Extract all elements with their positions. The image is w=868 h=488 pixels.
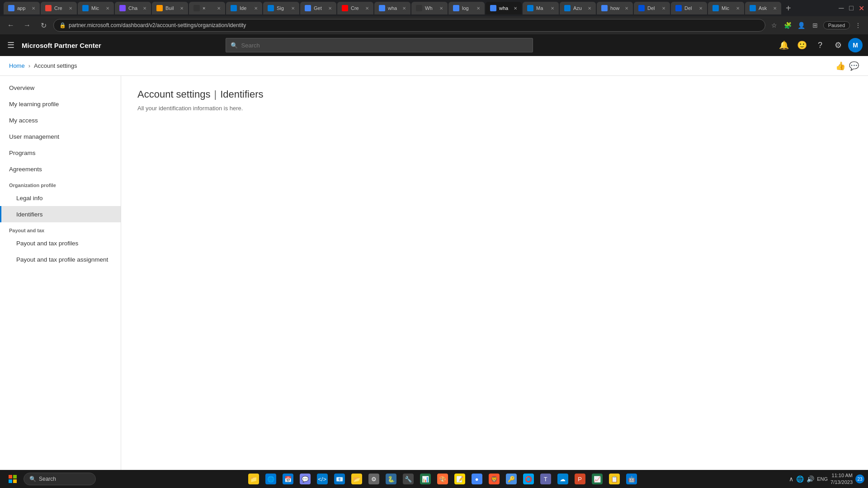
network-icon[interactable]: 🌐: [796, 475, 804, 483]
paused-button[interactable]: Paused: [823, 21, 850, 29]
taskbar-app-app6[interactable]: ☁: [555, 471, 571, 487]
sidebar-item-user-management[interactable]: User management: [0, 128, 121, 145]
sidebar-item-programs[interactable]: Programs: [0, 145, 121, 161]
tab-17[interactable]: how✕: [597, 2, 633, 14]
tab-12[interactable]: Wh✕: [411, 2, 448, 14]
profile-icon[interactable]: 👤: [796, 20, 807, 31]
taskbar-app-app7[interactable]: 🤖: [623, 471, 640, 487]
taskbar-app-explorer2[interactable]: 📂: [349, 471, 365, 487]
tab-close-15[interactable]: ✕: [551, 6, 554, 11]
taskbar-app-python[interactable]: 🐍: [383, 471, 399, 487]
search-input[interactable]: [241, 42, 528, 49]
tab-close-5[interactable]: ✕: [180, 6, 184, 11]
reload-button[interactable]: ↻: [37, 19, 50, 32]
taskbar-app-app2[interactable]: 📊: [417, 471, 434, 487]
tab-4[interactable]: Cha✕: [115, 2, 151, 14]
address-bar[interactable]: 🔒 partner.microsoft.com/dashboard/v2/acc…: [53, 19, 765, 32]
breadcrumb-home[interactable]: Home: [9, 62, 25, 69]
thumbs-up-icon[interactable]: 👍: [835, 61, 845, 71]
taskbar-app-brave[interactable]: 🦁: [486, 471, 502, 487]
taskbar-app-calendar[interactable]: 📅: [280, 471, 296, 487]
sidebar-item-payout-assignment[interactable]: Payout and tax profile assignment: [0, 251, 121, 267]
extension-icon[interactable]: 🧩: [783, 20, 793, 31]
tab-close-3[interactable]: ✕: [106, 6, 109, 11]
tab-close-7[interactable]: ✕: [254, 6, 258, 11]
tab-19[interactable]: Del✕: [671, 2, 707, 14]
help-icon[interactable]: ?: [812, 37, 828, 53]
tab-close-4[interactable]: ✕: [143, 6, 146, 11]
taskbar-app-teams[interactable]: 💬: [297, 471, 313, 487]
tab-close-10[interactable]: ✕: [365, 6, 369, 11]
tab-18[interactable]: Del✕: [634, 2, 670, 14]
sidebar-item-identifiers[interactable]: Identifiers: [0, 206, 121, 222]
tab-3[interactable]: Mic✕: [78, 2, 114, 14]
taskbar-app-teams2[interactable]: T: [538, 471, 554, 487]
tab-close-18[interactable]: ✕: [662, 6, 665, 11]
taskbar-app-devtools[interactable]: 🔑: [503, 471, 519, 487]
tab-5[interactable]: Buil✕: [152, 2, 188, 14]
taskbar-app-dashboard[interactable]: 📈: [589, 471, 605, 487]
taskbar-app-file-explorer[interactable]: 📁: [245, 471, 262, 487]
taskbar-app-app4[interactable]: 📝: [452, 471, 468, 487]
taskbar-app-edge-browser[interactable]: 🌐: [263, 471, 279, 487]
tab-close-11[interactable]: ✕: [402, 6, 406, 11]
taskbar-app-chrome[interactable]: ●: [469, 471, 485, 487]
notification-badge[interactable]: 23: [855, 474, 864, 483]
new-tab-button[interactable]: +: [782, 3, 795, 14]
taskbar-search[interactable]: 🔍 Search: [24, 473, 96, 485]
bookmark-icon[interactable]: ☆: [769, 20, 780, 31]
tab-10[interactable]: Cre✕: [337, 2, 373, 14]
taskbar-app-app1[interactable]: 🔧: [400, 471, 416, 487]
tab-close-17[interactable]: ✕: [625, 6, 628, 11]
taskbar-app-app5[interactable]: ⭕: [520, 471, 537, 487]
forward-button[interactable]: →: [21, 19, 33, 32]
sidebar-item-my-access[interactable]: My access: [0, 112, 121, 128]
notification-bell-icon[interactable]: 🔔: [776, 37, 792, 53]
tab-close-14[interactable]: ✕: [514, 6, 517, 11]
tab-close-9[interactable]: ✕: [328, 6, 332, 11]
close-button[interactable]: ✕: [858, 5, 864, 11]
tab-close-8[interactable]: ✕: [291, 6, 295, 11]
tab-close-13[interactable]: ✕: [476, 6, 480, 11]
sidebar-item-legal-info[interactable]: Legal info: [0, 190, 121, 206]
tab-7[interactable]: Ide✕: [226, 2, 262, 14]
taskbar-app-notes[interactable]: 📋: [606, 471, 623, 487]
sidebar-item-payout-profiles[interactable]: Payout and tax profiles: [0, 235, 121, 251]
taskbar-app-ppt[interactable]: P: [572, 471, 588, 487]
taskbar-app-vscode[interactable]: </>: [314, 471, 330, 487]
sidebar-item-learning-profile[interactable]: My learning profile: [0, 96, 121, 112]
tab-11[interactable]: wha✕: [374, 2, 410, 14]
tab-9[interactable]: Get✕: [300, 2, 336, 14]
sidebar-item-agreements[interactable]: Agreements: [0, 161, 121, 177]
maximize-button[interactable]: □: [848, 5, 854, 11]
header-search[interactable]: 🔍: [226, 38, 533, 52]
taskbar-app-settings-app[interactable]: ⚙: [366, 471, 382, 487]
tab-21[interactable]: Ask✕: [745, 2, 781, 14]
tab-close-12[interactable]: ✕: [439, 6, 443, 11]
sidebar-item-overview[interactable]: Overview: [0, 80, 121, 96]
emoji-icon[interactable]: 🙂: [794, 37, 810, 53]
user-avatar[interactable]: M: [848, 38, 863, 52]
tab-close-2[interactable]: ✕: [69, 6, 72, 11]
tab-16[interactable]: Azu✕: [560, 2, 596, 14]
tab-2[interactable]: Cre✕: [41, 2, 77, 14]
menu-button[interactable]: ⋮: [853, 20, 863, 31]
tab-close-19[interactable]: ✕: [699, 6, 703, 11]
taskbar-app-outlook[interactable]: 📧: [331, 471, 348, 487]
up-arrow-icon[interactable]: ∧: [789, 475, 793, 483]
start-button[interactable]: [4, 472, 22, 486]
tab-6[interactable]: ×✕: [189, 2, 225, 14]
chat-icon[interactable]: 💬: [849, 61, 859, 71]
hamburger-menu[interactable]: ☰: [5, 38, 16, 52]
tab-8[interactable]: Sig✕: [263, 2, 299, 14]
taskbar-app-app3[interactable]: 🎨: [434, 471, 451, 487]
back-button[interactable]: ←: [5, 19, 17, 32]
tab-close-20[interactable]: ✕: [736, 6, 740, 11]
tab-close-6[interactable]: ✕: [217, 6, 221, 11]
minimize-button[interactable]: ─: [838, 5, 844, 11]
tab-14[interactable]: wha✕: [486, 2, 522, 14]
settings-icon[interactable]: ⚙: [830, 37, 846, 53]
tab-close-16[interactable]: ✕: [588, 6, 591, 11]
tab-close-21[interactable]: ✕: [773, 6, 777, 11]
tab-1[interactable]: app✕: [4, 2, 40, 14]
